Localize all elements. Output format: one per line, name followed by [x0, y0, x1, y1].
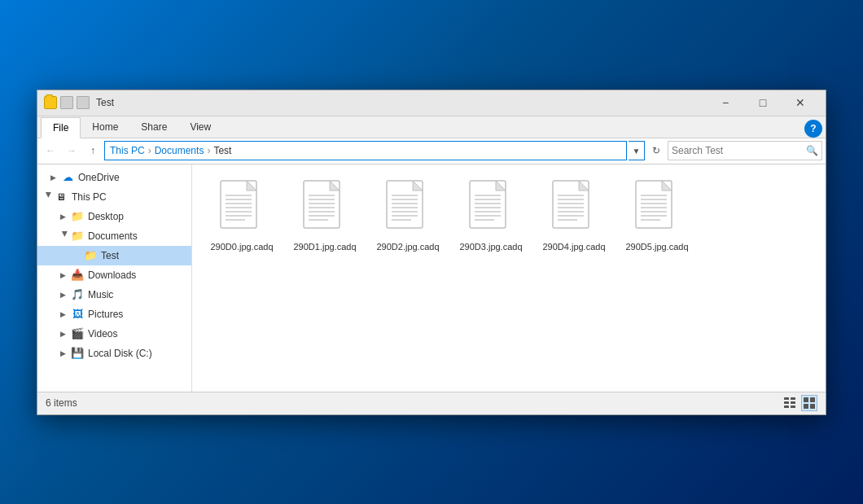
svg-rect-62	[804, 404, 808, 409]
svg-rect-60	[804, 397, 808, 402]
file-item[interactable]: 290D4.jpg.cadq	[537, 174, 611, 257]
sidebar-item-music[interactable]: ▶ 🎵 Music	[37, 285, 191, 305]
expand-arrow-localdisk: ▶	[60, 349, 70, 357]
svg-rect-59	[791, 405, 795, 408]
search-input[interactable]	[672, 145, 806, 156]
folder-icon	[44, 96, 57, 109]
svg-rect-58	[784, 405, 789, 408]
close-button[interactable]: ✕	[782, 90, 819, 116]
up-button[interactable]: ↑	[83, 141, 103, 160]
details-view-button[interactable]	[782, 395, 798, 411]
cloud-icon: ☁	[60, 171, 75, 184]
file-icon	[382, 179, 434, 238]
file-name: 290D4.jpg.cadq	[542, 241, 605, 252]
file-item[interactable]: 290D2.jpg.cadq	[371, 174, 445, 257]
sidebar-label-downloads: Downloads	[88, 270, 136, 281]
svg-rect-56	[784, 401, 789, 404]
address-chevron[interactable]: ▼	[629, 141, 645, 160]
file-area: 290D0.jpg.cadq 290D1.jpg.cadq	[192, 164, 826, 392]
path-separator-1: ›	[148, 145, 151, 156]
file-icon	[465, 179, 517, 238]
file-name: 290D0.jpg.cadq	[210, 241, 273, 252]
back-button[interactable]: ←	[41, 141, 60, 160]
search-icon[interactable]: 🔍	[806, 145, 818, 156]
svg-rect-55	[791, 397, 795, 400]
expand-arrow-downloads: ▶	[60, 271, 70, 279]
sidebar-label-pictures: Pictures	[88, 309, 123, 320]
expand-arrow-thispc: ▶	[45, 192, 53, 202]
svg-rect-57	[791, 401, 795, 404]
help-button[interactable]: ?	[804, 120, 822, 138]
window-controls: − □ ✕	[707, 90, 819, 116]
address-bar: ← → ↑ This PC › Documents › Test ▼ ↻ 🔍	[37, 138, 826, 164]
tab-view[interactable]: View	[178, 116, 222, 138]
forward-button[interactable]: →	[62, 141, 81, 160]
sidebar-item-test[interactable]: ▶ 📁 Test	[37, 246, 191, 265]
maximize-button[interactable]: □	[744, 90, 782, 116]
sidebar-label-test: Test	[101, 250, 119, 261]
tab-file[interactable]: File	[41, 117, 81, 138]
path-part-documents: Documents	[155, 145, 204, 156]
file-name: 290D5.jpg.cadq	[625, 241, 688, 252]
tab-home[interactable]: Home	[81, 116, 129, 138]
file-name: 290D2.jpg.cadq	[376, 241, 439, 252]
svg-rect-61	[810, 397, 815, 402]
svg-rect-63	[810, 404, 815, 409]
expand-arrow-documents: ▶	[61, 231, 69, 241]
file-item[interactable]: 290D5.jpg.cadq	[620, 174, 694, 257]
search-box[interactable]: 🔍	[668, 141, 822, 160]
pc-icon: 🖥	[54, 191, 68, 204]
status-count: 6 items	[46, 397, 77, 409]
sidebar-item-thispc[interactable]: ▶ 🖥 This PC	[37, 187, 191, 207]
sidebar-item-pictures[interactable]: ▶ 🖼 Pictures	[37, 305, 191, 324]
title-bar-icons	[44, 96, 90, 109]
title-bar: Test − □ ✕	[37, 90, 826, 116]
sidebar-label-onedrive: OneDrive	[78, 172, 120, 183]
check-icon	[60, 96, 73, 109]
file-item[interactable]: 290D3.jpg.cadq	[454, 174, 528, 257]
refresh-button[interactable]: ↻	[646, 141, 666, 160]
music-icon: 🎵	[70, 288, 85, 301]
file-item[interactable]: 290D1.jpg.cadq	[288, 174, 361, 257]
expand-arrow-pictures: ▶	[60, 310, 70, 318]
expand-arrow-desktop: ▶	[60, 213, 70, 221]
sidebar-item-onedrive[interactable]: ▶ ☁ OneDrive	[37, 168, 191, 187]
downloads-icon: 📥	[70, 269, 85, 282]
window-title: Test	[96, 97, 707, 108]
ribbon-tabs: File Home Share View ?	[37, 116, 826, 138]
sidebar-item-videos[interactable]: ▶ 🎬 Videos	[37, 324, 191, 344]
sidebar-label-desktop: Desktop	[88, 211, 124, 222]
sidebar-item-desktop[interactable]: ▶ 📁 Desktop	[37, 207, 191, 226]
folder-icon-desktop: 📁	[70, 210, 85, 223]
minimize-button[interactable]: −	[707, 90, 744, 116]
sidebar-item-localdisk[interactable]: ▶ 💾 Local Disk (C:)	[37, 344, 191, 363]
expand-arrow-videos: ▶	[60, 330, 70, 338]
expand-arrow-music: ▶	[60, 291, 70, 299]
main-area: ▶ ☁ OneDrive ▶ 🖥 This PC ▶ 📁 Desktop ▶ 📁…	[37, 164, 826, 392]
sidebar-label-thispc: This PC	[72, 191, 107, 203]
sidebar-item-downloads[interactable]: ▶ 📥 Downloads	[37, 265, 191, 285]
file-item[interactable]: 290D0.jpg.cadq	[205, 174, 278, 257]
status-bar: 6 items	[37, 392, 826, 414]
file-icon	[631, 179, 683, 238]
tab-share[interactable]: Share	[129, 116, 178, 138]
address-path[interactable]: This PC › Documents › Test	[104, 141, 627, 160]
file-name: 290D1.jpg.cadq	[293, 241, 356, 252]
file-explorer-window: Test − □ ✕ File Home Share View ? ← → ↑ …	[37, 90, 826, 415]
quick-access-icon	[77, 96, 90, 109]
sidebar-label-localdisk: Local Disk (C:)	[88, 348, 152, 359]
sidebar-item-documents[interactable]: ▶ 📁 Documents	[37, 226, 191, 246]
view-toggle-group	[782, 395, 817, 411]
file-icon	[548, 179, 600, 238]
videos-icon: 🎬	[70, 327, 85, 340]
folder-icon-documents: 📁	[70, 230, 85, 243]
path-part-test: Test	[213, 145, 231, 156]
path-part-thispc: This PC	[110, 145, 145, 156]
large-icons-view-button[interactable]	[801, 395, 817, 411]
path-separator-2: ›	[207, 145, 210, 156]
ribbon: File Home Share View ?	[37, 116, 826, 138]
sidebar-label-videos: Videos	[88, 328, 117, 340]
file-name: 290D3.jpg.cadq	[459, 241, 522, 252]
drive-icon: 💾	[70, 347, 85, 360]
sidebar-label-music: Music	[88, 289, 113, 300]
